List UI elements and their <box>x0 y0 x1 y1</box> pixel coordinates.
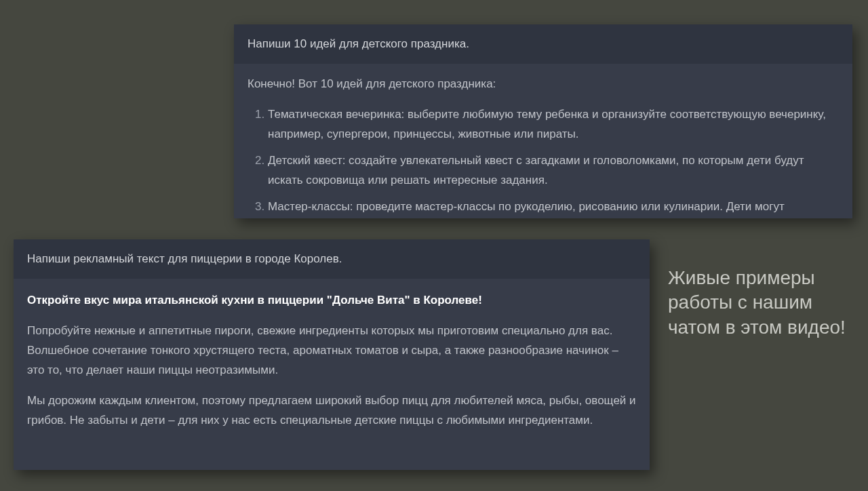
list-item: Тематическая вечеринка: выберите любимую… <box>268 105 839 144</box>
assistant-reply: Конечно! Вот 10 идей для детского праздн… <box>234 64 852 218</box>
chat-example-card-1: Напиши 10 идей для детского праздника. К… <box>234 24 852 218</box>
assistant-reply: Откройте вкус мира итальянской кухни в п… <box>14 279 650 454</box>
user-prompt: Напиши 10 идей для детского праздника. <box>234 24 852 64</box>
side-caption: Живые примеры работы с нашим чатом в это… <box>668 266 858 340</box>
list-item: Мастер-классы: проведите мастер-классы п… <box>268 197 839 217</box>
chat-example-card-2: Напиши рекламный текст для пиццерии в го… <box>14 239 650 470</box>
reply-intro: Конечно! Вот 10 идей для детского праздн… <box>248 75 839 94</box>
user-prompt: Напиши рекламный текст для пиццерии в го… <box>14 239 650 279</box>
list-item: Детский квест: создайте увлекательный кв… <box>268 151 839 191</box>
idea-list: Тематическая вечеринка: выберите любимую… <box>248 105 839 216</box>
reply-paragraph: Мы дорожим каждым клиентом, поэтому пред… <box>27 391 636 431</box>
reply-headline: Откройте вкус мира итальянской кухни в п… <box>27 294 482 307</box>
reply-paragraph: Попробуйте нежные и аппетитные пироги, с… <box>27 321 636 380</box>
